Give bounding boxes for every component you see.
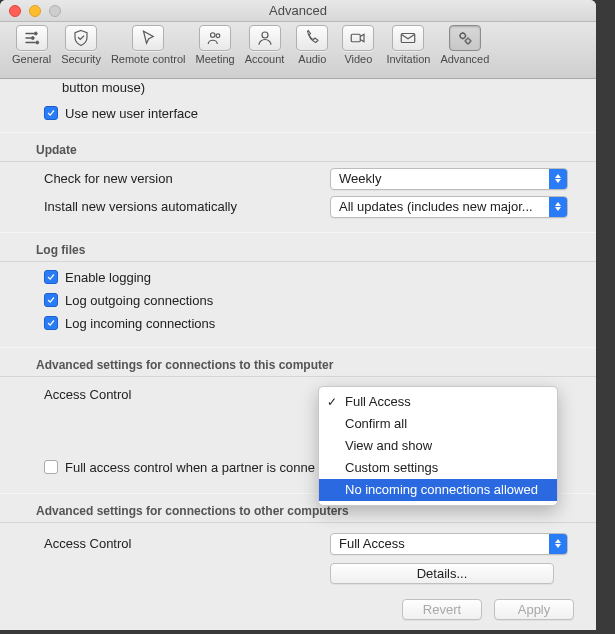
select-value: All updates (includes new major... [339,199,533,214]
checkbox-log-incoming[interactable] [44,316,58,330]
checkbox-use-new-ui[interactable] [44,106,58,120]
svg-rect-7 [402,34,416,43]
details-button[interactable]: Details... [330,563,554,584]
truncated-text: button mouse) [0,79,596,103]
updown-arrows-icon [549,169,567,189]
tab-account[interactable]: Account [241,25,289,65]
gears-icon [449,25,481,51]
svg-point-0 [34,32,37,35]
sliders-icon [16,25,48,51]
select-access-control-other[interactable]: Full Access [330,533,568,555]
camera-icon [342,25,374,51]
cursor-icon [132,25,164,51]
tab-security[interactable]: Security [57,25,105,65]
updown-arrows-icon [549,197,567,217]
tab-label: Account [245,53,285,65]
label-install-auto: Install new versions automatically [44,199,330,214]
select-install-auto[interactable]: All updates (includes new major... [330,196,568,218]
tab-invitation[interactable]: Invitation [382,25,434,65]
access-control-menu: ✓ Full Access Confirm all View and show … [318,386,558,506]
envelope-icon [392,25,424,51]
tab-meeting[interactable]: Meeting [191,25,238,65]
shield-icon [65,25,97,51]
checkbox-full-access-partner[interactable] [44,460,58,474]
svg-point-3 [211,33,216,38]
menu-item-confirm-all[interactable]: Confirm all [319,413,557,435]
label-access-control-this: Access Control [44,387,330,402]
tab-remote-control[interactable]: Remote control [107,25,190,65]
menu-item-no-incoming[interactable]: No incoming connections allowed [319,479,557,501]
zoom-window-button [49,5,61,17]
apply-button[interactable]: Apply [494,599,574,620]
select-value: Weekly [339,171,381,186]
tab-advanced[interactable]: Advanced [436,25,493,65]
close-window-button[interactable] [9,5,21,17]
checkbox-log-outgoing[interactable] [44,293,58,307]
person-icon [249,25,281,51]
svg-point-9 [466,39,471,44]
section-update-title: Update [0,132,596,162]
svg-point-5 [262,32,268,38]
tab-label: Meeting [195,53,234,65]
menu-item-full-access[interactable]: ✓ Full Access [319,391,557,413]
titlebar: Advanced [0,0,596,22]
minimize-window-button[interactable] [29,5,41,17]
menu-item-view-show[interactable]: View and show [319,435,557,457]
window-title: Advanced [0,3,596,18]
section-log-title: Log files [0,232,596,262]
tab-label: Video [344,53,372,65]
checkbox-enable-logging[interactable] [44,270,58,284]
checkbox-label: Full access control when a partner is co… [65,460,315,475]
select-value: Full Access [339,536,405,551]
preferences-toolbar: General Security Remote control Meeting … [0,22,596,79]
section-adv-this-title: Advanced settings for connections to thi… [0,347,596,377]
tab-label: Invitation [386,53,430,65]
label-access-control-other: Access Control [44,536,330,551]
tab-label: Advanced [440,53,489,65]
svg-point-2 [35,41,38,44]
updown-arrows-icon [549,534,567,554]
people-icon [199,25,231,51]
checkmark-icon: ✓ [327,393,337,411]
tab-label: Security [61,53,101,65]
svg-point-1 [31,37,34,40]
tab-video[interactable]: Video [336,25,380,65]
tab-label: General [12,53,51,65]
checkbox-label: Log outgoing connections [65,293,213,308]
tab-label: Audio [298,53,326,65]
tab-label: Remote control [111,53,186,65]
svg-rect-6 [352,34,361,42]
menu-item-custom[interactable]: Custom settings [319,457,557,479]
checkbox-label: Log incoming connections [65,316,215,331]
tab-audio[interactable]: Audio [290,25,334,65]
revert-button[interactable]: Revert [402,599,482,620]
checkbox-label: Enable logging [65,270,151,285]
checkbox-label: Use new user interface [65,106,198,121]
tab-general[interactable]: General [8,25,55,65]
content-area: button mouse) Use new user interface Upd… [0,79,596,630]
svg-point-8 [460,33,465,38]
svg-point-4 [216,34,220,38]
phone-icon [296,25,328,51]
label-check-new-version: Check for new version [44,171,330,186]
select-check-frequency[interactable]: Weekly [330,168,568,190]
